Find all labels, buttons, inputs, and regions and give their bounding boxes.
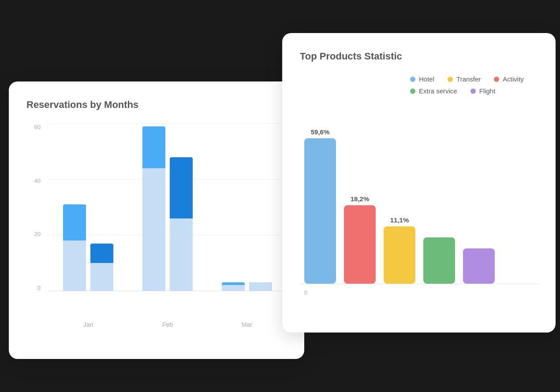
bar-jan-1 xyxy=(63,204,86,291)
bar-jan-1-bottom xyxy=(63,240,86,291)
hotel-label: Hotel xyxy=(419,75,434,83)
bar-group-jan xyxy=(49,204,128,291)
zero-row: 0 xyxy=(300,287,538,296)
products-chart-area: 59,6% 18,2% 11,1% - - xyxy=(300,108,538,311)
activity-bar xyxy=(344,205,376,284)
bar-jan-2 xyxy=(90,244,113,291)
reservations-title: Reservations by Months xyxy=(26,99,287,111)
legend-activity: Activity xyxy=(494,75,524,83)
products-bars: 59,6% 18,2% 11,1% - - xyxy=(300,108,538,284)
flight-dot xyxy=(470,89,476,94)
activity-pct: 18,2% xyxy=(351,195,370,203)
bar-feb-2-top xyxy=(170,157,193,218)
extra-service-label: Extra service xyxy=(419,87,457,95)
product-activity: 18,2% xyxy=(344,195,376,284)
y-label-60: 60 xyxy=(26,124,44,130)
bar-feb-2-bottom xyxy=(170,218,193,291)
bar-mar-2-bottom xyxy=(249,282,272,291)
reservations-card: Reservations by Months 0 20 40 60 xyxy=(9,81,304,359)
x-axis: Jan Feb Mar xyxy=(49,318,287,335)
bar-feb-1 xyxy=(142,126,165,291)
bar-group-mar xyxy=(207,282,287,291)
activity-dot xyxy=(494,77,499,82)
bar-jan-1-top xyxy=(63,204,86,240)
products-title: Top Products Statistic xyxy=(300,51,538,62)
transfer-dot xyxy=(448,77,453,82)
product-flight: - xyxy=(463,238,495,284)
bar-mar-1-bottom xyxy=(222,285,245,291)
products-card: Top Products Statistic Hotel Transfer Ac… xyxy=(282,33,556,333)
extra-service-dot xyxy=(410,89,415,94)
legend-flight: Flight xyxy=(470,87,496,95)
bars-area xyxy=(49,124,287,291)
product-transfer: 11,1% xyxy=(384,216,415,284)
legend-transfer: Transfer xyxy=(448,75,481,83)
y-label-40: 40 xyxy=(26,178,44,184)
hotel-bar xyxy=(304,138,336,284)
transfer-pct: 11,1% xyxy=(390,216,409,224)
activity-label: Activity xyxy=(503,75,524,83)
hotel-dot xyxy=(410,77,415,82)
bar-jan-2-top xyxy=(90,244,113,263)
bar-feb-1-top xyxy=(142,126,165,168)
bar-mar-2 xyxy=(249,282,272,291)
flight-bar xyxy=(463,248,495,284)
zero-label: 0 xyxy=(304,289,307,296)
legend: Hotel Transfer Activity Extra service Fl… xyxy=(410,75,538,95)
transfer-label: Transfer xyxy=(456,75,481,83)
x-label-mar: Mar xyxy=(207,318,287,335)
bar-group-feb xyxy=(128,126,207,291)
y-axis: 0 20 40 60 xyxy=(26,124,44,291)
hotel-pct: 59,6% xyxy=(311,128,330,136)
extra-service-bar xyxy=(423,237,455,284)
flight-label: Flight xyxy=(479,87,496,95)
transfer-bar xyxy=(384,226,415,284)
bar-mar-1 xyxy=(222,282,245,291)
product-extra-service: - xyxy=(423,227,455,284)
reservations-chart: 0 20 40 60 xyxy=(26,124,287,335)
product-hotel: 59,6% xyxy=(304,128,336,284)
bar-jan-2-bottom xyxy=(90,263,113,291)
bar-feb-1-bottom xyxy=(142,168,165,291)
y-label-0: 0 xyxy=(26,285,44,291)
x-label-feb: Feb xyxy=(128,318,207,335)
y-label-20: 20 xyxy=(26,231,44,237)
legend-extra-service: Extra service xyxy=(410,87,457,95)
x-label-jan: Jan xyxy=(49,318,128,335)
bar-feb-2 xyxy=(170,157,193,291)
legend-hotel: Hotel xyxy=(410,75,434,83)
